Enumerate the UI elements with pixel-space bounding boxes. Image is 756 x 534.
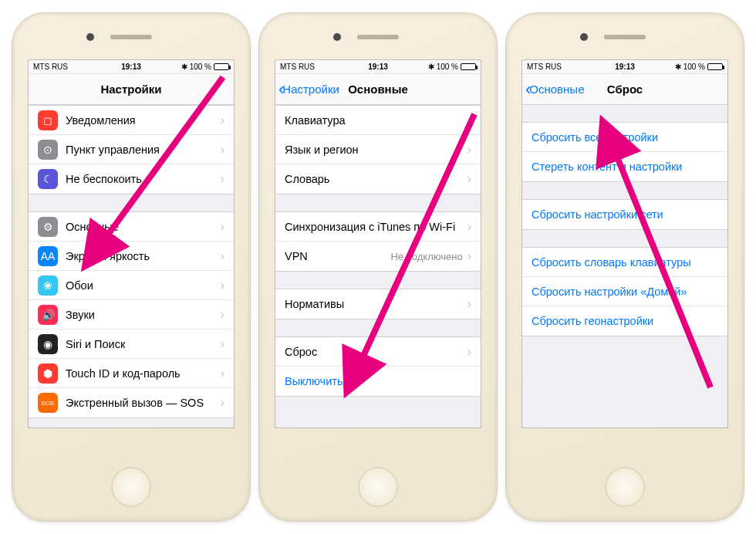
- row-label: Экран и яркость: [66, 250, 221, 262]
- row-label: Словарь: [285, 173, 467, 185]
- row-icon: SOS: [38, 393, 58, 413]
- back-button[interactable]: ‹ Настройки: [275, 81, 339, 98]
- back-button[interactable]: ‹ Основные: [522, 81, 585, 98]
- row-label: Нормативы: [285, 298, 467, 310]
- list-row[interactable]: ◻Уведомления›: [29, 106, 234, 135]
- chevron-right-icon: ›: [221, 308, 224, 322]
- list-row[interactable]: ☾Не беспокоить›: [29, 164, 234, 194]
- row-icon: ⊙: [38, 140, 58, 160]
- page-title: Настройки: [29, 83, 234, 96]
- front-camera: [86, 33, 94, 41]
- row-icon: ⬢: [38, 363, 58, 384]
- home-button[interactable]: [605, 467, 645, 507]
- row-label: Обои: [66, 279, 221, 292]
- list-row[interactable]: Язык и регион›: [275, 135, 481, 164]
- list-row[interactable]: SOSЭкстренный вызов — SOS›: [29, 388, 234, 417]
- battery-icon: [461, 63, 476, 70]
- speaker: [604, 35, 646, 39]
- list-row[interactable]: Выключить: [275, 367, 481, 396]
- list-row[interactable]: ⚙Основные›: [29, 212, 234, 242]
- row-label: Синхронизация с iTunes по Wi-Fi: [285, 221, 467, 233]
- chevron-right-icon: ›: [221, 143, 224, 157]
- row-label: Язык и регион: [285, 144, 467, 156]
- row-value: Не подключено: [391, 251, 463, 262]
- chevron-right-icon: ›: [221, 337, 224, 351]
- chevron-right-icon: ›: [467, 143, 471, 157]
- home-button[interactable]: [358, 467, 398, 507]
- battery-icon: [707, 63, 723, 70]
- row-label: Пункт управления: [66, 144, 221, 156]
- list-row[interactable]: Клавиатура›: [275, 106, 481, 135]
- speaker: [110, 35, 152, 39]
- list-row[interactable]: ⊙Пункт управления›: [29, 135, 234, 164]
- row-icon: 🔊: [38, 305, 58, 325]
- list-row[interactable]: Стереть контент и настройки: [522, 152, 727, 181]
- chevron-right-icon: ›: [221, 279, 224, 292]
- list-row[interactable]: ❀Обои›: [29, 271, 234, 300]
- chevron-right-icon: ›: [467, 297, 471, 311]
- row-label: Экстренный вызов — SOS: [66, 397, 221, 409]
- row-label: Сбросить все настройки: [532, 131, 718, 144]
- chevron-right-icon: ›: [221, 113, 224, 127]
- list-row[interactable]: Сбросить все настройки: [522, 123, 727, 152]
- list-row[interactable]: Сбросить геонастройки: [522, 306, 727, 336]
- row-label: Стереть контент и настройки: [532, 161, 718, 173]
- row-label: Сброс: [285, 346, 467, 358]
- row-icon: ⚙: [38, 217, 58, 237]
- row-label: Сбросить настройки «Домой»: [532, 286, 718, 298]
- clock: 19:13: [29, 63, 234, 71]
- back-label: Основные: [529, 83, 584, 96]
- home-button[interactable]: [111, 467, 151, 507]
- list-row[interactable]: Словарь›: [275, 164, 481, 194]
- clock: 19:13: [275, 63, 481, 71]
- row-label: VPN: [285, 250, 391, 262]
- reset-list[interactable]: Сбросить все настройкиСтереть контент и …: [522, 105, 727, 428]
- row-icon: ◉: [38, 334, 58, 354]
- chevron-right-icon: ›: [221, 249, 224, 263]
- row-label: Звуки: [66, 309, 221, 321]
- settings-list[interactable]: ◻Уведомления›⊙Пункт управления›☾Не беспо…: [29, 105, 234, 428]
- chevron-right-icon: ›: [467, 249, 471, 263]
- chevron-right-icon: ›: [467, 345, 471, 359]
- row-label: Сбросить настройки сети: [532, 208, 718, 221]
- battery-icon: [214, 63, 229, 70]
- screen: MTS RUS 19:13 ✱ 100 % Настройки ◻Уведомл…: [28, 59, 235, 428]
- list-row[interactable]: Сбросить настройки сети: [522, 200, 727, 229]
- chevron-right-icon: ›: [467, 220, 471, 234]
- nav-bar: Настройки: [29, 74, 234, 105]
- list-row[interactable]: ⬢Touch ID и код-пароль›: [29, 359, 234, 388]
- list-row[interactable]: Нормативы›: [275, 289, 481, 319]
- back-label: Настройки: [282, 83, 339, 96]
- list-row[interactable]: VPNНе подключено›: [275, 242, 481, 271]
- nav-bar: ‹ Основные Сброс: [522, 74, 727, 105]
- general-list[interactable]: Клавиатура›Язык и регион›Словарь› Синхро…: [275, 105, 481, 428]
- row-label: Сбросить геонастройки: [532, 315, 718, 327]
- list-row[interactable]: Сброс›: [275, 337, 481, 367]
- chevron-right-icon: ›: [221, 367, 224, 380]
- row-icon: ☾: [38, 169, 58, 189]
- row-label: Основные: [66, 221, 221, 233]
- row-label: Touch ID и код-пароль: [66, 367, 221, 380]
- row-label: Siri и Поиск: [66, 338, 221, 350]
- chevron-right-icon: ›: [221, 172, 224, 186]
- list-row[interactable]: AAЭкран и яркость›: [29, 242, 234, 271]
- chevron-right-icon: ›: [467, 113, 471, 127]
- chevron-right-icon: ›: [221, 396, 224, 410]
- speaker: [357, 35, 399, 39]
- chevron-right-icon: ›: [467, 172, 471, 186]
- row-label: Не беспокоить: [66, 173, 221, 185]
- list-row[interactable]: 🔊Звуки›: [29, 300, 234, 330]
- screen: MTS RUS 19:13 ✱ 100 % ‹ Основные Сброс С…: [521, 59, 728, 428]
- list-row[interactable]: Сбросить настройки «Домой»: [522, 277, 727, 306]
- phone-settings-root: MTS RUS 19:13 ✱ 100 % Настройки ◻Уведомл…: [12, 12, 251, 522]
- front-camera: [333, 33, 341, 41]
- status-bar: MTS RUS 19:13 ✱ 100 %: [29, 60, 234, 74]
- row-label: Клавиатура: [285, 114, 467, 127]
- phone-reset: MTS RUS 19:13 ✱ 100 % ‹ Основные Сброс С…: [505, 12, 744, 522]
- list-row[interactable]: Сбросить словарь клавиатуры: [522, 248, 727, 277]
- row-icon: AA: [38, 246, 58, 266]
- list-row[interactable]: Синхронизация с iTunes по Wi-Fi›: [275, 212, 481, 242]
- front-camera: [580, 33, 588, 41]
- nav-bar: ‹ Настройки Основные: [275, 74, 481, 105]
- list-row[interactable]: ◉Siri и Поиск›: [29, 330, 234, 359]
